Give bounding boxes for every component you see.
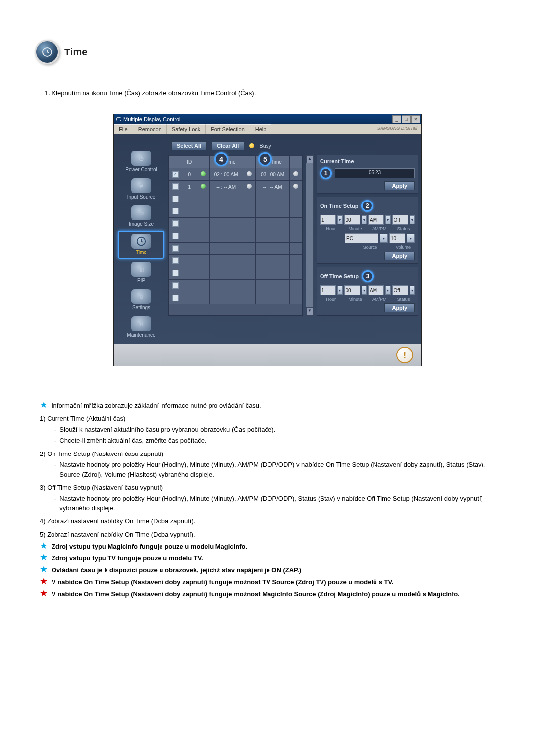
statusbar: ! — [114, 344, 421, 366]
row-checkbox[interactable] — [172, 208, 179, 214]
grid-scrollbar[interactable]: ▲ ▼ — [306, 155, 314, 316]
scroll-up-button[interactable]: ▲ — [306, 155, 313, 163]
table-row[interactable] — [169, 267, 302, 280]
callout-5: 5 — [258, 152, 272, 166]
row-checkbox[interactable] — [172, 295, 179, 301]
row-checkbox[interactable] — [172, 220, 179, 227]
table-row[interactable]: 002 : 00 AM03 : 00 AM — [169, 168, 302, 181]
on-status-select[interactable] — [392, 215, 408, 225]
callout-3: 3 — [362, 270, 374, 282]
row-checkbox[interactable] — [172, 257, 179, 264]
chevron-down-icon[interactable]: ▾ — [362, 215, 367, 224]
table-row[interactable]: 1-- : -- AM-- : -- AM — [169, 181, 302, 193]
select-all-button[interactable]: Select All — [171, 141, 207, 150]
note-2: Zdroj vstupu typu TV funguje pouze u mod… — [52, 554, 203, 563]
off-time-apply-button[interactable]: Apply — [384, 303, 415, 312]
row-checkbox[interactable] — [172, 196, 179, 202]
menu-safety-lock[interactable]: Safety Lock — [167, 124, 206, 134]
titlebar: 🖵 Multiple Display Control _ □ ✕ — [114, 114, 421, 124]
table-row[interactable] — [169, 230, 302, 243]
off-minute-select[interactable] — [344, 285, 360, 295]
star-icon: ★ — [40, 554, 48, 561]
cell-id — [182, 292, 197, 304]
label-source: Source — [350, 245, 390, 250]
on-ampm-select[interactable] — [368, 215, 384, 225]
app-window: 🖵 Multiple Display Control _ □ ✕ File Re… — [113, 114, 422, 366]
time-section-icon — [35, 40, 59, 64]
sidebar-item-input-source[interactable]: ⇄Input Source — [119, 176, 163, 202]
sidebar-item-settings[interactable]: ⚙Settings — [119, 287, 163, 313]
sidebar-item-image-size[interactable]: ▭Image Size — [119, 203, 163, 230]
table-row[interactable] — [169, 255, 302, 267]
menu-file[interactable]: File — [114, 124, 133, 134]
cell-id — [182, 255, 197, 267]
off-status-select[interactable] — [392, 285, 408, 295]
busy-label: Busy — [259, 143, 271, 149]
chevron-down-icon[interactable]: ▾ — [380, 234, 388, 243]
table-row[interactable] — [169, 243, 302, 255]
on-time-apply-button[interactable]: Apply — [384, 252, 415, 260]
dash-icon: - — [54, 425, 56, 435]
row-checkbox[interactable] — [172, 245, 179, 252]
cell-off-time — [256, 218, 289, 230]
chevron-down-icon[interactable]: ▾ — [410, 286, 415, 295]
row-checkbox[interactable] — [172, 270, 179, 276]
grid-header — [243, 156, 256, 168]
callout-1: 1 — [320, 167, 332, 179]
sidebar-item-time[interactable]: Time — [118, 231, 164, 259]
row-checkbox[interactable] — [172, 282, 179, 289]
off-hour-select[interactable] — [320, 285, 336, 295]
row-checkbox[interactable] — [172, 171, 179, 178]
maximize-button[interactable]: □ — [402, 115, 411, 123]
menu-help[interactable]: Help — [250, 124, 272, 134]
on-minute-select[interactable] — [344, 215, 360, 225]
label-minute: Minute — [344, 297, 367, 302]
cell-off-time — [256, 193, 289, 205]
row-checkbox[interactable] — [172, 183, 179, 190]
status-led-icon — [293, 171, 298, 176]
off-ampm-select[interactable] — [368, 285, 384, 295]
cell-on-time — [209, 218, 243, 230]
table-row[interactable] — [169, 292, 302, 304]
chevron-down-icon[interactable]: ▾ — [337, 286, 343, 295]
table-row[interactable] — [169, 280, 302, 292]
toolbar: Select All Clear All Busy — [168, 139, 418, 155]
sidebar-item-pip[interactable]: ◧PIP — [119, 260, 163, 286]
cell-on-time — [209, 205, 243, 218]
scroll-down-button[interactable]: ▼ — [306, 307, 313, 315]
current-time-field[interactable]: 05:23 — [335, 168, 415, 178]
cell-on-time — [209, 292, 243, 304]
cell-on-time — [209, 230, 243, 243]
menu-port-selection[interactable]: Port Selection — [206, 124, 250, 134]
status-led-icon — [247, 184, 252, 189]
clear-all-button[interactable]: Clear All — [212, 141, 244, 150]
menubar: File Remocon Safety Lock Port Selection … — [114, 124, 421, 134]
on-source-select[interactable] — [345, 233, 378, 243]
menu-remocon[interactable]: Remocon — [133, 124, 167, 134]
cell-off-time — [256, 267, 289, 280]
item-1-head: 1) Current Time (Aktuální čas) — [40, 414, 495, 424]
chevron-down-icon[interactable]: ▾ — [337, 215, 343, 224]
chevron-down-icon[interactable]: ▾ — [410, 215, 415, 224]
chevron-down-icon[interactable]: ▾ — [385, 286, 391, 295]
table-row[interactable] — [169, 218, 302, 230]
close-button[interactable]: ✕ — [411, 115, 420, 123]
chevron-down-icon[interactable]: ▾ — [385, 215, 391, 224]
star-icon: ★ — [40, 577, 48, 585]
dash-icon: - — [54, 436, 56, 446]
row-checkbox[interactable] — [172, 233, 179, 239]
chevron-down-icon[interactable]: ▾ — [407, 234, 415, 243]
sidebar-item-maintenance[interactable]: 🛠Maintenance — [119, 314, 163, 341]
dash-icon: - — [54, 494, 56, 513]
status-led-icon — [201, 184, 206, 189]
on-volume-select[interactable] — [389, 233, 405, 243]
minimize-button[interactable]: _ — [392, 115, 401, 123]
table-row[interactable] — [169, 193, 302, 205]
table-row[interactable] — [169, 205, 302, 218]
sidebar-item-power-control[interactable]: ⏻Power Control — [119, 149, 163, 175]
chevron-down-icon[interactable]: ▾ — [362, 286, 367, 295]
power-icon: ⏻ — [131, 151, 151, 166]
on-hour-select[interactable] — [320, 215, 336, 225]
titlebar-icon: 🖵 — [116, 116, 121, 122]
current-time-apply-button[interactable]: Apply — [384, 181, 415, 190]
